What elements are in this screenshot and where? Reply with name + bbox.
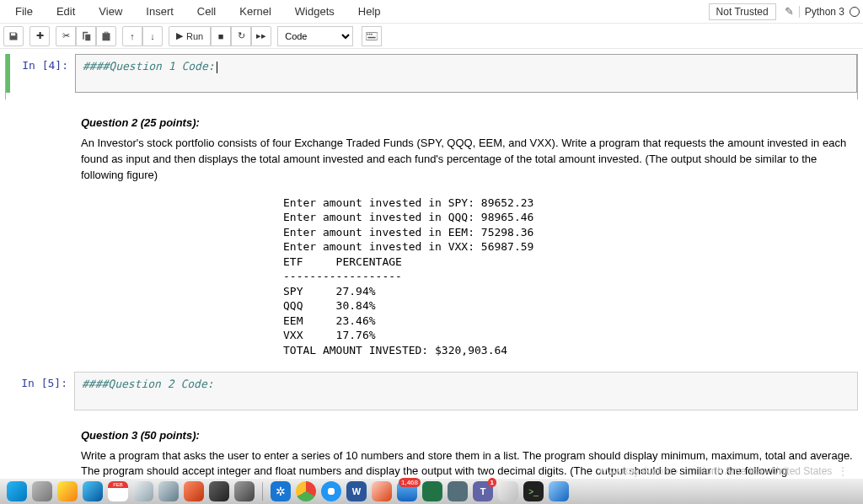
dock-mail-icon[interactable] [397, 481, 417, 501]
cell-prompt: In [5]: [5, 372, 74, 410]
kernel-busy-icon [850, 7, 860, 17]
dock-launchpad-icon[interactable] [32, 481, 52, 501]
run-button[interactable]: ▶ Run [169, 26, 211, 46]
restart-run-all-button[interactable]: ▸▸ [251, 26, 271, 46]
dock-app-icon[interactable] [83, 481, 103, 501]
menu-help[interactable]: Help [346, 2, 393, 21]
menu-file[interactable]: File [3, 2, 45, 21]
svg-rect-3 [371, 33, 373, 35]
kernel-indicator[interactable]: Python 3 [799, 6, 860, 18]
cell-type-select[interactable]: Code [277, 26, 353, 46]
question-title: Question 3 (50 points): [81, 429, 858, 442]
dock-finder-icon[interactable] [7, 481, 27, 501]
dock-terminal-icon[interactable]: >_ [523, 481, 544, 501]
dock-app-icon[interactable] [184, 481, 204, 501]
dock-word-icon[interactable]: W [346, 481, 367, 501]
svg-rect-0 [366, 32, 378, 40]
macos-dock: FEB ✲ W T >_ [0, 479, 863, 504]
notebook-area[interactable]: In [4]: ####Question 1 Code: Question 2 … [0, 49, 863, 479]
code-cell-4[interactable]: In [4]: ####Question 1 Code: [6, 54, 857, 93]
dock-bluetooth-icon[interactable]: ✲ [271, 481, 291, 501]
dock-app-icon[interactable] [372, 481, 392, 501]
command-palette-button[interactable] [362, 26, 382, 46]
menu-cell[interactable]: Cell [185, 2, 228, 21]
code-input[interactable]: ####Question 2 Code: [74, 372, 858, 410]
dock-app-icon[interactable] [209, 481, 229, 501]
menu-insert[interactable]: Insert [134, 2, 185, 21]
code-text: ####Question 1 Code: [83, 60, 215, 72]
move-down-button[interactable]: ↓ [142, 26, 163, 46]
dock-excel-icon[interactable] [422, 481, 442, 501]
insert-cell-button[interactable]: ✚ [29, 26, 50, 46]
move-up-button[interactable]: ↑ [122, 26, 142, 46]
dock-teams-icon[interactable]: T [473, 481, 493, 501]
svg-rect-4 [368, 36, 376, 38]
kernel-name: Python 3 [805, 6, 844, 18]
cell-select-bar [6, 54, 10, 93]
cut-button[interactable]: ✂ [56, 26, 76, 46]
menu-view[interactable]: View [87, 2, 134, 21]
code-cell-5[interactable]: In [5]: ####Question 2 Code: [5, 372, 858, 410]
dock-app-icon[interactable] [448, 481, 468, 501]
url-overlay: www.kayak.com › ... › North America › Un… [592, 464, 855, 479]
svg-rect-1 [367, 33, 369, 35]
cell-prompt: In [4]: [6, 54, 75, 93]
dock-safari-icon[interactable] [321, 481, 341, 501]
question-title: Question 2 (25 points): [81, 116, 858, 129]
paste-button[interactable] [96, 26, 116, 46]
menu-widgets[interactable]: Widgets [283, 2, 346, 21]
interrupt-button[interactable]: ■ [211, 26, 231, 46]
dock-app-icon[interactable] [498, 481, 518, 501]
dock-app-icon[interactable] [158, 481, 179, 501]
pencil-icon[interactable]: ✎ [780, 5, 799, 18]
not-trusted-button[interactable]: Not Trusted [709, 3, 776, 20]
restart-button[interactable]: ↻ [231, 26, 251, 46]
overlay-site: www.kayak.com [599, 465, 672, 477]
toolbar: ✚ ✂ ↑ ↓ ▶ Run ■ ↻ ▸▸ Code [0, 24, 863, 49]
code-text: ####Question 2 Code: [82, 378, 214, 390]
overlay-crumb: › ... › North America › United States [672, 465, 832, 477]
dock-calendar-icon[interactable]: FEB [108, 481, 128, 501]
menu-kernel[interactable]: Kernel [228, 2, 283, 21]
dock-chrome-icon[interactable] [296, 481, 316, 501]
menubar: File Edit View Insert Cell Kernel Widget… [0, 0, 863, 24]
copy-button[interactable] [76, 26, 96, 46]
text-cursor [217, 62, 217, 73]
markdown-cell-q2[interactable]: Question 2 (25 points): An Investor's st… [5, 99, 858, 370]
question-body: An Investor's stock portfolio consists o… [81, 136, 858, 184]
menu-edit[interactable]: Edit [45, 2, 87, 21]
code-input[interactable]: ####Question 1 Code: [75, 54, 857, 93]
dock-app-icon[interactable] [549, 481, 569, 501]
svg-rect-2 [369, 33, 371, 35]
save-button[interactable] [3, 26, 24, 46]
dock-app-icon[interactable] [57, 481, 78, 501]
sample-output: Enter amount invested in SPY: 89652.23 E… [81, 196, 858, 358]
dock-settings-icon[interactable] [234, 481, 255, 501]
dock-app-icon[interactable] [133, 481, 153, 501]
